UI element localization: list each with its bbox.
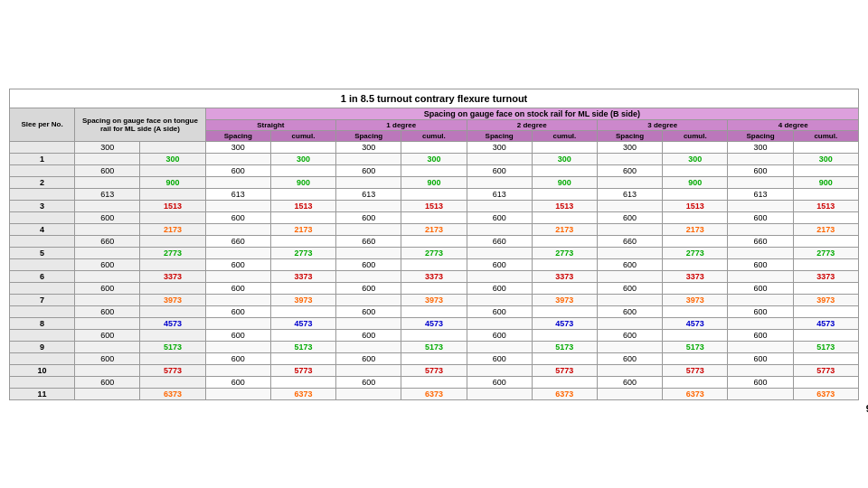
sleeper-cell: 9 <box>10 341 75 352</box>
b-cumul-cell <box>270 258 335 270</box>
b-spacing-cell: 600 <box>728 282 793 294</box>
sleeper-cell: 2 <box>10 176 75 188</box>
b-cumul-cell: 5173 <box>793 341 858 352</box>
a-spacing-cell: 660 <box>75 235 140 247</box>
b-spacing-cell: 660 <box>205 235 270 247</box>
b-cumul-cell <box>532 376 597 388</box>
b-spacing-cell <box>205 294 270 305</box>
degree-2: 2 degree <box>467 119 597 130</box>
b-cumul-cell: 5173 <box>270 341 335 352</box>
a-cumul-cell: 3973 <box>140 294 205 305</box>
col-cumul-2: cumul. <box>401 130 467 141</box>
b-spacing-cell <box>336 270 401 282</box>
b-spacing-cell: 600 <box>728 352 793 364</box>
b-spacing-cell: 300 <box>336 141 401 153</box>
a-cumul-cell <box>140 164 205 176</box>
table-row: 2900900900900900900 <box>10 176 859 188</box>
b-spacing-cell: 600 <box>336 305 401 317</box>
b-spacing-cell <box>597 176 662 188</box>
table-row: 600600600600600600 <box>10 211 859 223</box>
b-spacing-cell: 600 <box>728 376 793 388</box>
b-cumul-cell: 2773 <box>401 247 467 258</box>
col-spacing-2: Spacing <box>336 130 401 141</box>
col-spacing-5: Spacing <box>728 130 793 141</box>
b-cumul-cell: 3373 <box>793 270 858 282</box>
b-spacing-cell: 600 <box>336 164 401 176</box>
b-spacing-cell: 600 <box>728 305 793 317</box>
b-cumul-cell <box>270 188 335 200</box>
b-cumul-cell <box>793 164 858 176</box>
b-spacing-cell: 600 <box>205 352 270 364</box>
sleeper-cell: 10 <box>10 364 75 376</box>
b-cumul-cell: 2773 <box>532 247 597 258</box>
a-spacing-cell <box>75 294 140 305</box>
sleeper-cell: 5 <box>10 247 75 258</box>
b-cumul-cell <box>401 352 467 364</box>
b-spacing-cell: 600 <box>336 352 401 364</box>
b-spacing-cell <box>336 176 401 188</box>
b-spacing-cell: 600 <box>597 211 662 223</box>
b-cumul-cell <box>663 258 728 270</box>
b-cumul-cell <box>532 235 597 247</box>
a-spacing-cell <box>75 247 140 258</box>
b-spacing-cell: 600 <box>336 329 401 341</box>
b-spacing-cell <box>728 341 793 352</box>
b-cumul-cell <box>663 329 728 341</box>
b-spacing-cell: 600 <box>467 352 532 364</box>
b-cumul-cell <box>793 376 858 388</box>
b-spacing-cell <box>597 388 662 399</box>
b-cumul-cell: 5173 <box>401 341 467 352</box>
b-cumul-cell: 3373 <box>663 270 728 282</box>
b-spacing-cell <box>467 341 532 352</box>
b-cumul-cell <box>401 211 467 223</box>
b-cumul-cell <box>401 282 467 294</box>
table-row: 3151315131513151315131513 <box>10 200 859 211</box>
b-cumul-cell <box>401 258 467 270</box>
b-spacing-cell <box>205 200 270 211</box>
b-spacing-cell <box>728 294 793 305</box>
a-cumul-cell: 2773 <box>140 247 205 258</box>
b-cumul-cell: 6373 <box>270 388 335 399</box>
a-cumul-cell <box>140 376 205 388</box>
b-spacing-cell: 600 <box>205 305 270 317</box>
b-spacing-cell: 600 <box>467 305 532 317</box>
a-cumul-cell <box>140 282 205 294</box>
b-spacing-cell <box>467 176 532 188</box>
b-spacing-cell <box>728 247 793 258</box>
b-cumul-cell <box>270 164 335 176</box>
main-title: 1 in 8.5 turnout contrary flexure turnou… <box>10 89 859 108</box>
b-spacing-cell: 600 <box>597 258 662 270</box>
b-cumul-cell: 900 <box>793 176 858 188</box>
a-cumul-cell <box>140 305 205 317</box>
b-spacing-cell: 300 <box>205 141 270 153</box>
b-spacing-cell <box>336 153 401 164</box>
main-table: 1 in 8.5 turnout contrary flexure turnou… <box>9 89 859 400</box>
b-cumul-cell: 5773 <box>270 364 335 376</box>
b-cumul-cell <box>270 235 335 247</box>
a-spacing-cell: 600 <box>75 376 140 388</box>
b-cumul-cell <box>663 235 728 247</box>
b-cumul-cell <box>401 164 467 176</box>
col-spacing-3: Spacing <box>467 130 532 141</box>
b-spacing-cell: 600 <box>597 329 662 341</box>
b-spacing-cell: 660 <box>728 235 793 247</box>
col-cumul-3: cumul. <box>532 130 597 141</box>
a-cumul-cell <box>140 258 205 270</box>
b-cumul-cell <box>532 164 597 176</box>
a-spacing-cell: 600 <box>75 211 140 223</box>
b-spacing-cell <box>467 200 532 211</box>
b-spacing-cell: 660 <box>336 235 401 247</box>
table-row: 6337333733373337333733373 <box>10 270 859 282</box>
b-spacing-cell <box>467 270 532 282</box>
b-spacing-cell <box>205 317 270 329</box>
table-row: 8457345734573457345734573 <box>10 317 859 329</box>
b-spacing-cell: 600 <box>467 282 532 294</box>
b-spacing-cell: 600 <box>597 164 662 176</box>
a-spacing-cell <box>75 388 140 399</box>
b-spacing-cell <box>728 364 793 376</box>
table-row: 660660660660660660 <box>10 235 859 247</box>
b-cumul-cell: 4573 <box>401 317 467 329</box>
b-cumul-cell: 5773 <box>532 364 597 376</box>
b-cumul-cell: 6373 <box>793 388 858 399</box>
table-row: 7397339733973397339733973 <box>10 294 859 305</box>
